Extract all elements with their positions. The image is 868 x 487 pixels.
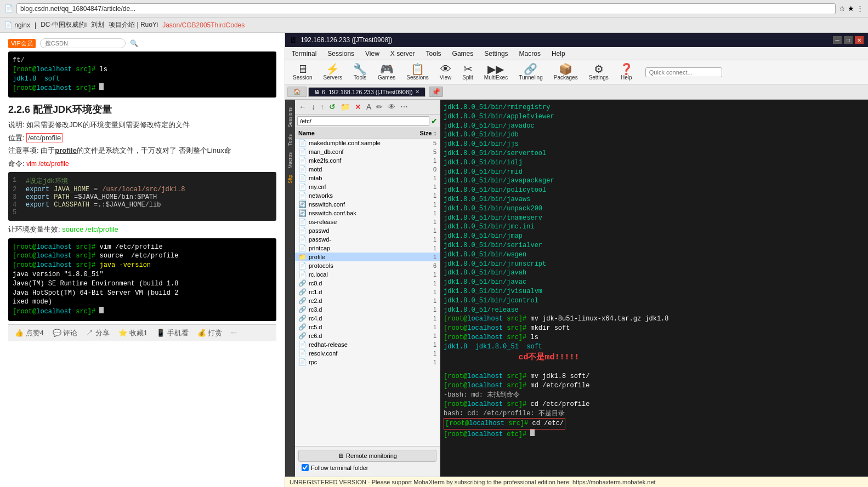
favorite-btn[interactable]: ⭐ 收藏1: [118, 328, 147, 338]
toolbar-settings[interactable]: ⚙ Settings: [586, 62, 612, 82]
fb-edit-btn[interactable]: ✏: [375, 102, 384, 112]
fb-newfolder-btn[interactable]: 📁: [339, 102, 351, 112]
list-item[interactable]: 🔄nsswitch.conf1: [295, 200, 440, 209]
sidebar-tab-sftp[interactable]: Sftp: [286, 171, 294, 187]
fb-upload-btn[interactable]: ↑: [319, 102, 326, 112]
terminal-panel[interactable]: jdk1.8.0_51/bin/rmiregistry jdk1.8.0_51/…: [440, 100, 868, 477]
menu-xserver[interactable]: X server: [388, 49, 417, 58]
follow-terminal-checkbox[interactable]: [302, 464, 309, 471]
fb-rename-btn[interactable]: A: [365, 102, 373, 112]
list-item[interactable]: 📄redhat-release1: [295, 340, 440, 349]
list-item[interactable]: 🔗rc1.d1: [295, 288, 440, 296]
reward-btn[interactable]: 💰 打赏: [197, 328, 223, 338]
more-btn[interactable]: ···: [231, 328, 237, 338]
nav-item-4[interactable]: Jason/CGB2005ThirdCodes: [162, 21, 245, 29]
sidebar-tab-macros[interactable]: Macros: [286, 149, 294, 172]
list-item[interactable]: 📄motd0: [295, 165, 440, 174]
menu-macros[interactable]: Macros: [517, 49, 543, 58]
nginx-tab[interactable]: 📄 nginx: [4, 21, 30, 29]
list-item[interactable]: 📄passwd1: [295, 226, 440, 235]
share-btn[interactable]: ↗ 分享: [86, 328, 110, 338]
toolbar-help[interactable]: ❓ Help: [616, 62, 637, 82]
menu-games[interactable]: Games: [450, 49, 476, 58]
mobile-btn[interactable]: 📱 手机看: [156, 328, 189, 338]
file-name: passwd-: [309, 236, 415, 243]
nav-item-3[interactable]: 项目介绍 | RuoYi: [109, 20, 158, 30]
menu-sessions[interactable]: Sessions: [325, 49, 356, 58]
vip-badge[interactable]: VIP会员: [8, 39, 36, 48]
list-item[interactable]: 📄os-release1: [295, 217, 440, 226]
fb-path-check-icon: ✔: [431, 117, 438, 125]
search-icon[interactable]: 🔍: [130, 39, 138, 47]
tab-session-6[interactable]: 🖥 6. 192.168.126.233 ([JTtest0908]) ✕: [308, 87, 426, 97]
fb-view-btn[interactable]: 👁: [386, 102, 397, 112]
minimize-btn[interactable]: ─: [833, 36, 842, 44]
list-item[interactable]: 📄protocols6: [295, 261, 440, 270]
list-item[interactable]: 🔗rc5.d1: [295, 323, 440, 331]
fb-download-btn[interactable]: ↓: [310, 102, 317, 112]
search-input[interactable]: [40, 38, 126, 48]
toolbar-session[interactable]: 🖥 Session: [290, 62, 316, 82]
maximize-btn[interactable]: □: [844, 36, 853, 44]
list-item[interactable]: 📄makedumpfile.conf.sample5: [295, 139, 440, 147]
list-item[interactable]: 📄passwd-1: [295, 235, 440, 244]
menu-help[interactable]: Help: [549, 49, 568, 58]
like-btn[interactable]: 👍 点赞4: [15, 328, 44, 338]
sidebar-tab-tools[interactable]: Tools: [286, 131, 294, 149]
toolbar-tools[interactable]: 🔧 Tools: [350, 62, 370, 82]
close-btn[interactable]: ✕: [855, 36, 864, 44]
toolbar-packages[interactable]: 📦 Packages: [551, 62, 581, 82]
menu-view[interactable]: View: [363, 49, 382, 58]
toolbar-view[interactable]: 👁 View: [436, 62, 455, 82]
browser-url-input[interactable]: [16, 3, 836, 14]
annotation-text: cd不是md!!!!!: [518, 353, 579, 362]
toolbar-games[interactable]: 🎮 Games: [375, 62, 399, 82]
toolbar-split[interactable]: ✂ Split: [459, 62, 476, 82]
list-item[interactable]: 📄mtab1: [295, 174, 440, 182]
section-title: 2.2.6 配置JDK环境变量: [8, 103, 276, 116]
file-size: 1: [415, 245, 436, 251]
menu-tools[interactable]: Tools: [424, 49, 444, 58]
list-item[interactable]: 🔗rc0.d1: [295, 279, 440, 288]
remote-monitoring-btn[interactable]: 🖥 Remote monitoring: [298, 450, 436, 462]
list-item[interactable]: 📄resolv.conf1: [295, 349, 440, 358]
list-item[interactable]: 📄printcap1: [295, 244, 440, 253]
list-item[interactable]: 📄rpc1: [295, 358, 440, 366]
file-name: rc1.d: [309, 289, 415, 295]
list-item[interactable]: 📄rc.local1: [295, 270, 440, 279]
nav-item-2[interactable]: 刘划: [91, 20, 104, 30]
list-item[interactable]: 📄mke2fs.conf1: [295, 156, 440, 165]
tab-pin-btn[interactable]: 📌: [429, 87, 443, 97]
list-item[interactable]: 📄networks1: [295, 191, 440, 200]
menu-terminal[interactable]: Terminal: [290, 49, 319, 58]
toolbar-tunneling[interactable]: 🔗 Tunneling: [515, 62, 546, 82]
menu-icon[interactable]: ⋮: [856, 4, 864, 13]
term-line: [root@localhost src]# mkdir soft: [444, 324, 865, 333]
list-item[interactable]: 🔗rc2.d1: [295, 296, 440, 305]
tab-home[interactable]: 🏠: [287, 87, 307, 97]
list-item-profile[interactable]: 📁profile1: [295, 253, 440, 261]
quick-connect-input[interactable]: [645, 67, 722, 77]
fb-back-btn[interactable]: ←: [297, 102, 308, 112]
fb-refresh-btn[interactable]: ↺: [327, 102, 337, 112]
menu-settings[interactable]: Settings: [482, 49, 510, 58]
comment-btn[interactable]: 💬 评论: [53, 328, 78, 338]
list-item[interactable]: 🔗rc6.d1: [295, 331, 440, 340]
list-item[interactable]: 🔗rc3.d1: [295, 305, 440, 314]
list-item[interactable]: 🔗rc4.d1: [295, 314, 440, 323]
star-filled-icon[interactable]: ★: [848, 4, 854, 13]
toolbar-sessions[interactable]: 📋 Sessions: [403, 62, 432, 82]
list-item[interactable]: 🔄nsswitch.conf.bak1: [295, 209, 440, 217]
toolbar-servers[interactable]: ⚡ Servers: [320, 62, 345, 82]
nav-item-1[interactable]: DC-中国权威的i: [41, 20, 87, 30]
list-item[interactable]: 📄my.cnf1: [295, 182, 440, 191]
session-icon: 🖥: [297, 64, 308, 75]
tab-close-btn[interactable]: ✕: [415, 89, 419, 95]
list-item[interactable]: 📄man_db.conf5: [295, 147, 440, 156]
toolbar-multiexec[interactable]: ▶▶ MultiExec: [481, 62, 511, 82]
star-icon[interactable]: ☆: [839, 4, 846, 13]
sidebar-tab-sessions[interactable]: Sessions: [286, 104, 294, 131]
fb-path-input[interactable]: [297, 116, 429, 126]
fb-more-btn[interactable]: ⋯: [399, 102, 410, 112]
fb-delete-btn[interactable]: ✕: [353, 102, 363, 112]
